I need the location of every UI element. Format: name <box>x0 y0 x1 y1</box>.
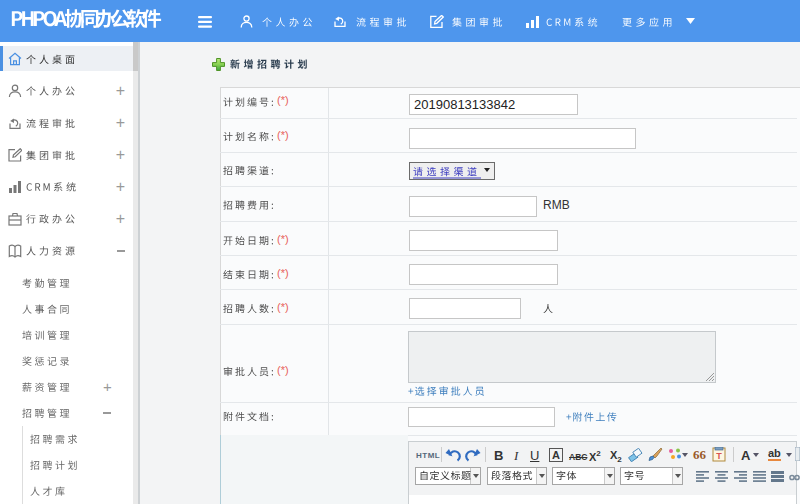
svg-text:T: T <box>716 451 722 461</box>
